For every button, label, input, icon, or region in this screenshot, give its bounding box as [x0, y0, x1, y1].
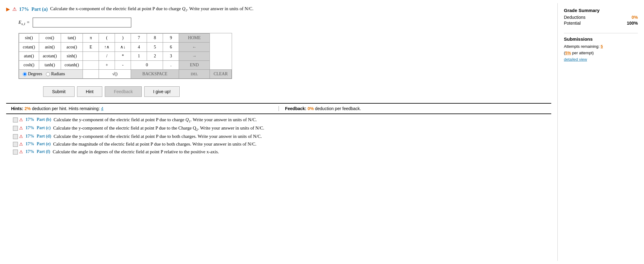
answer-row: Ex,1 = [18, 18, 551, 27]
part-d-warning: ⚠ [19, 134, 23, 139]
hint-button[interactable]: Hint [77, 86, 103, 97]
triangle-icon: ▶ [6, 6, 10, 12]
part-f-checkbox[interactable] [13, 150, 18, 155]
calc-open-paren[interactable]: ( [99, 34, 115, 43]
calc-2[interactable]: 2 [147, 52, 163, 61]
calc-0[interactable]: 0 [131, 61, 163, 70]
calc-dot[interactable]: . [163, 61, 179, 70]
part-b-checkbox[interactable] [13, 118, 18, 122]
hints-bar: Hints: 2% deduction per hint. Hints rema… [6, 103, 551, 114]
degrees-radio[interactable] [23, 72, 27, 76]
calc-asin[interactable]: asin() [39, 43, 61, 52]
calc-pi[interactable]: π [83, 34, 99, 43]
part-a-label: Part (a) [31, 6, 48, 12]
per-attempt-text: per attempt) [571, 51, 594, 55]
degrees-label: Degrees [28, 72, 42, 76]
calc-3[interactable]: 3 [163, 52, 179, 61]
part-e-warning: ⚠ [19, 142, 23, 147]
calc-empty1 [83, 52, 99, 61]
deg-rad-cell: Degrees Radians [19, 70, 83, 79]
part-e-row: ⚠ 17% Part (e) Calculate the magnitude o… [6, 142, 551, 147]
calc-8[interactable]: 8 [147, 34, 163, 43]
calc-6[interactable]: 6 [163, 43, 179, 52]
calc-cotanh[interactable]: cotanh() [61, 61, 83, 70]
degrees-radio-label[interactable]: Degrees [23, 72, 42, 76]
part-c-text: Calculate the y-component of the electri… [53, 126, 264, 131]
part-c-icons: ⚠ [6, 126, 23, 131]
calc-backspace[interactable]: BACKSPACE [131, 70, 179, 79]
radians-radio[interactable] [46, 72, 50, 76]
submissions-title: Submissions [564, 36, 638, 42]
calc-plus[interactable]: + [99, 61, 115, 70]
part-e-text: Calculate the magnitude of the electric … [53, 142, 256, 147]
calc-tanh[interactable]: tanh() [39, 61, 61, 70]
part-b-row: ⚠ 17% Part (b) Calculate the y-component… [6, 117, 551, 123]
radians-radio-label[interactable]: Radians [46, 72, 65, 76]
part-a-percent: 17% [19, 6, 29, 12]
part-d-checkbox[interactable] [13, 134, 18, 139]
calc-sin[interactable]: sin() [19, 34, 39, 43]
potential-value: 100% [627, 21, 638, 26]
warning-icon: ⚠ [12, 6, 17, 12]
feedback-label: Feedback: [285, 106, 306, 111]
calc-acotan[interactable]: acotan() [39, 52, 61, 61]
part-e-icons: ⚠ [6, 142, 23, 147]
other-parts: ⚠ 17% Part (b) Calculate the y-component… [6, 114, 551, 160]
hints-remaining[interactable]: 4 [101, 106, 104, 111]
calc-e[interactable]: E [83, 43, 99, 52]
submit-button[interactable]: Submit [43, 86, 75, 97]
calc-atan[interactable]: atan() [19, 52, 39, 61]
answer-input[interactable] [33, 18, 131, 27]
grade-summary-title: Grade Summary [564, 8, 638, 13]
part-d-icons: ⚠ [6, 134, 23, 139]
calc-9[interactable]: 9 [163, 34, 179, 43]
part-b-warning: ⚠ [19, 117, 23, 122]
calc-tan[interactable]: tan() [61, 34, 83, 43]
feedback-section: Feedback: 0% deduction per feedback. [279, 106, 546, 111]
part-f-percent: 17% [26, 149, 34, 154]
calc-divide[interactable]: / [99, 52, 115, 61]
part-c-row: ⚠ 17% Part (c) Calculate the y-component… [6, 126, 551, 131]
calc-5[interactable]: 5 [147, 43, 163, 52]
part-d-row: ⚠ 17% Part (d) Calculate the y-component… [6, 134, 551, 139]
calc-forward-arrow[interactable]: → [179, 52, 210, 61]
calc-up-caret[interactable]: ↑∧ [99, 43, 115, 52]
part-f-icons: ⚠ [6, 149, 23, 155]
part-f-text: Calculate the angle in degrees of the el… [53, 149, 219, 155]
part-f-row: ⚠ 17% Part (f) Calculate the angle in de… [6, 149, 551, 155]
calc-acos[interactable]: acos() [61, 43, 83, 52]
calc-home[interactable]: HOME [179, 34, 210, 43]
per-attempt-pct: 5% [565, 51, 571, 55]
give-up-button[interactable]: I give up! [144, 86, 180, 97]
part-e-checkbox[interactable] [13, 142, 18, 147]
submissions-section: Submissions Attempts remaining: 5 (5% pe… [564, 36, 638, 63]
calc-cosh[interactable]: cosh() [19, 61, 39, 70]
calc-caret-down[interactable]: ∧↓ [115, 43, 131, 52]
calc-sinh[interactable]: sinh() [61, 52, 83, 61]
grade-summary: Grade Summary Deductions 0% Potential 10… [564, 8, 638, 26]
calc-cos[interactable]: cos() [39, 34, 61, 43]
potential-label: Potential [564, 21, 581, 26]
calc-clear[interactable]: CLEAR [210, 70, 232, 79]
attempts-value: 5 [601, 44, 603, 49]
calc-cotan[interactable]: cotan() [19, 43, 39, 52]
detailed-view-link[interactable]: detailed view [564, 57, 587, 62]
radians-label: Radians [51, 72, 65, 76]
calc-1[interactable]: 1 [131, 52, 147, 61]
calc-close-paren[interactable]: ) [115, 34, 131, 43]
part-c-checkbox[interactable] [13, 126, 18, 131]
calc-sqrt[interactable]: √() [99, 70, 131, 79]
calc-7[interactable]: 7 [131, 34, 147, 43]
calc-back-arrow[interactable]: ← [179, 43, 210, 52]
part-d-text: Calculate the y-component of the electri… [54, 134, 262, 139]
part-d-percent: 17% [26, 134, 34, 139]
feedback-button[interactable]: Feedback [105, 86, 141, 97]
deductions-row: Deductions 0% [564, 15, 638, 20]
part-b-percent: 17% [26, 117, 34, 122]
calc-multiply[interactable]: * [115, 52, 131, 61]
calc-minus[interactable]: - [115, 61, 131, 70]
potential-row: Potential 100% [564, 21, 638, 26]
calc-del[interactable]: DEL [179, 70, 210, 79]
calc-end[interactable]: END [179, 61, 210, 70]
calc-4[interactable]: 4 [131, 43, 147, 52]
